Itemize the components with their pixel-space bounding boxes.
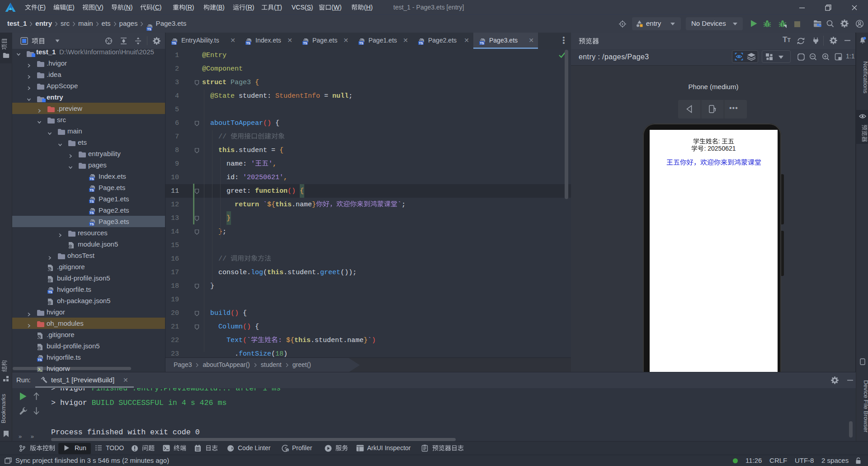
svg-text:Q: Q: [286, 449, 288, 452]
svg-text:TS: TS: [90, 177, 94, 180]
svg-text:TS: TS: [480, 41, 484, 44]
svg-text:TS: TS: [90, 188, 94, 191]
svg-text:TS: TS: [48, 290, 52, 293]
svg-text:TS: TS: [147, 28, 151, 31]
svg-text:TS: TS: [90, 222, 94, 225]
svg-text:TS: TS: [359, 41, 363, 44]
svg-text:TS: TS: [246, 41, 250, 44]
svg-text:TS: TS: [90, 211, 94, 214]
svg-text:TS: TS: [172, 41, 176, 44]
svg-text:TS: TS: [38, 358, 42, 361]
svg-text:TS: TS: [90, 200, 94, 203]
svg-text:TS: TS: [419, 41, 423, 44]
svg-text:TS: TS: [303, 41, 307, 44]
